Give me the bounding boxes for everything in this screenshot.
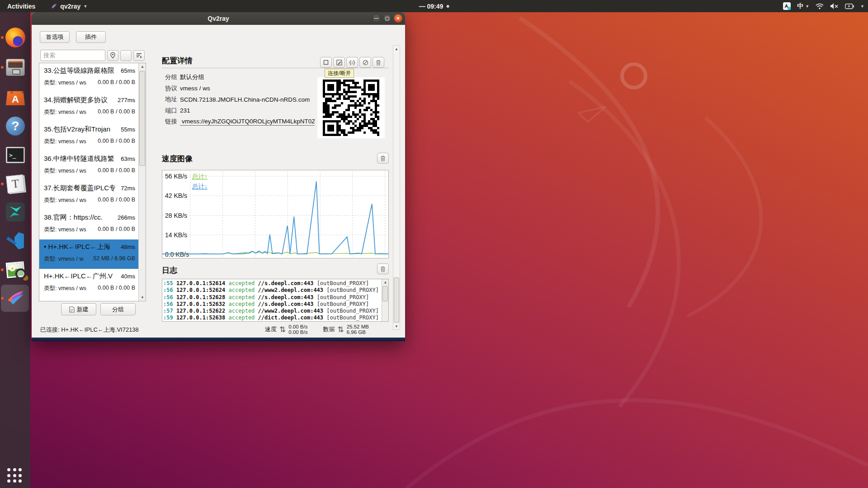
show-applications-button[interactable] bbox=[7, 468, 23, 483]
field-label: 协议 bbox=[165, 84, 180, 93]
server-traffic: 0.00 B / 0.00 B bbox=[98, 167, 135, 175]
server-list-item[interactable]: 38.官网：https://cc.266ms类型: vmess / ws0.00… bbox=[39, 210, 139, 239]
wifi-icon bbox=[816, 3, 824, 9]
scroll-thumb[interactable] bbox=[139, 71, 145, 166]
app-menu[interactable]: qv2ray ▼ bbox=[48, 0, 90, 12]
delete-config-button[interactable] bbox=[373, 57, 384, 68]
dock-item-ubuntu-software[interactable]: A bbox=[4, 85, 27, 108]
log-line: :59 127.0.0.1:52638 accepted //dict.deep… bbox=[163, 314, 388, 321]
log-line: :56 127.0.0.1:52624 accepted //www2.deep… bbox=[163, 287, 388, 294]
test-latency-button[interactable] bbox=[359, 57, 371, 68]
server-latency: 40ms bbox=[119, 273, 135, 280]
status-bar: 已连接: H+.HK←IPLC←上海.VI72138 速度 ⇅ 0.00 B/s… bbox=[32, 324, 405, 335]
server-traffic: 0.00 B / 0.00 B bbox=[98, 108, 135, 116]
minimize-button[interactable]: — bbox=[372, 14, 381, 23]
y-axis-tick-label: 14 KB/s bbox=[165, 231, 187, 239]
search-input[interactable] bbox=[40, 50, 105, 61]
dock-item-vscode[interactable] bbox=[4, 230, 27, 252]
qv2ray-app-icon bbox=[51, 3, 57, 9]
config-field-row: 协议vmess / ws bbox=[165, 83, 315, 94]
edit-button[interactable] bbox=[333, 57, 345, 68]
server-latency: 266ms bbox=[116, 214, 135, 221]
dock-item-qv2ray[interactable] bbox=[4, 287, 27, 310]
log-line: :56 127.0.0.1:52628 accepted //s.deepl.c… bbox=[163, 294, 388, 301]
dock-item-firefox[interactable] bbox=[4, 26, 27, 49]
edit-json-button[interactable] bbox=[346, 57, 358, 68]
image-viewer-icon bbox=[6, 261, 25, 278]
up-down-arrows-icon: ⇅ bbox=[279, 325, 286, 334]
scroll-down-arrow[interactable]: ▼ bbox=[139, 294, 146, 301]
qv2ray-tray-icon[interactable] bbox=[783, 2, 791, 10]
speed-chart: 56 KB/s42 KB/s28 KB/s14 KB/s0.0 KB/s总计↑总… bbox=[162, 170, 389, 258]
server-type: 类型: vmess / ws bbox=[44, 138, 86, 145]
text-editor-icon: T bbox=[6, 174, 25, 193]
ubuntu-software-icon: A bbox=[6, 88, 25, 105]
clear-chart-button[interactable] bbox=[377, 153, 389, 164]
log-line: :57 127.0.0.1:52622 accepted //www2.deep… bbox=[163, 308, 388, 314]
cyan-arrow-app-icon bbox=[6, 202, 25, 221]
running-indicator-dot bbox=[1, 268, 4, 271]
scroll-up-arrow[interactable]: ▲ bbox=[393, 46, 400, 52]
server-latency: 65ms bbox=[119, 67, 135, 74]
log-scrollbar[interactable]: ▲ bbox=[382, 279, 388, 321]
server-name: • H+.HK←IPLC←上海 bbox=[44, 243, 110, 251]
server-list-item[interactable]: • H+.HK←IPLC←上海48ms类型: vmess / w.52 MB /… bbox=[39, 239, 139, 269]
config-field-row: 地址SCDN.72138.JMOFLH.China-nCDN-nRDS.com bbox=[165, 94, 315, 105]
input-method-label: 中 bbox=[797, 2, 803, 10]
sort-button[interactable] bbox=[133, 50, 145, 61]
scroll-thumb[interactable] bbox=[394, 277, 399, 323]
activities-button[interactable]: Activities bbox=[5, 0, 38, 12]
group-button[interactable]: 分组 bbox=[100, 303, 136, 315]
location-pin-icon bbox=[110, 52, 116, 59]
server-list-item[interactable]: 34.捐赠解锁更多协议277ms类型: vmess / ws0.00 B / 0… bbox=[39, 93, 139, 122]
dock-item-help[interactable]: ? bbox=[4, 115, 27, 137]
plugins-button[interactable]: 插件 bbox=[76, 31, 106, 43]
blank-toggle-button[interactable] bbox=[120, 50, 132, 61]
new-button[interactable]: 新建 bbox=[61, 303, 96, 315]
help-icon: ? bbox=[6, 117, 25, 136]
clock[interactable]: — 09:49 bbox=[419, 3, 449, 10]
server-list-item[interactable]: 35.包括V2ray和Trojan55ms类型: vmess / ws0.00 … bbox=[39, 122, 139, 151]
maximize-button[interactable]: ▢ bbox=[383, 14, 392, 23]
json-braces-icon bbox=[349, 60, 355, 66]
window-bottom-edge bbox=[32, 338, 405, 341]
input-method-indicator[interactable]: 中 ▼ bbox=[797, 2, 809, 10]
server-list-item[interactable]: 36.中继中转隧道线路繁63ms类型: vmess / ws0.00 B / 0… bbox=[39, 151, 139, 181]
app-menu-label: qv2ray bbox=[60, 3, 80, 10]
qr-code bbox=[323, 80, 379, 136]
close-button[interactable]: ✕ bbox=[394, 14, 402, 23]
scroll-thumb[interactable] bbox=[382, 286, 388, 301]
legend-item[interactable]: 总计↓ bbox=[192, 183, 208, 190]
panel-scrollbar[interactable]: ▲ ▼ bbox=[393, 45, 400, 330]
server-traffic: 0.00 B / 0.00 B bbox=[98, 285, 135, 292]
location-pin-button[interactable] bbox=[107, 50, 118, 61]
edit-pencil-icon bbox=[336, 60, 342, 66]
preferences-button[interactable]: 首选项 bbox=[40, 31, 70, 43]
y-axis-tick-label: 42 KB/s bbox=[165, 192, 187, 199]
clear-log-button[interactable] bbox=[377, 263, 389, 274]
connect-disconnect-button[interactable] bbox=[320, 57, 332, 68]
log-output[interactable]: :55 127.0.0.1:52614 accepted //s.deepl.c… bbox=[162, 279, 389, 322]
server-list-item[interactable]: 37.长期套餐覆盖IPLC专72ms类型: vmess / ws0.00 B /… bbox=[39, 181, 139, 210]
legend-item[interactable]: 总计↑ bbox=[192, 173, 208, 180]
server-type: 类型: vmess / ws bbox=[44, 167, 86, 175]
scroll-up-arrow[interactable]: ▲ bbox=[139, 63, 146, 70]
field-value[interactable]: vmess://eyJhZGQiOiJTQ0ROLjcyMTM4LkpNT0ZM… bbox=[180, 118, 315, 126]
server-list-item[interactable]: H+.CC←IPLC← bbox=[39, 298, 139, 301]
dock-item-files[interactable] bbox=[4, 56, 27, 79]
server-list-scrollbar[interactable]: ▲ ▼ bbox=[138, 63, 146, 301]
server-list-item[interactable]: H+.HK←IPLC←广州.V40ms类型: vmess / ws0.00 B … bbox=[39, 269, 139, 298]
field-value: SCDN.72138.JMOFLH.China-nCDN-nRDS.com bbox=[180, 96, 310, 103]
window-titlebar[interactable]: Qv2ray — ▢ ✕ bbox=[32, 12, 405, 25]
dock-item-terminal[interactable]: >_ bbox=[4, 144, 27, 166]
data-values: 25.52 MB6.96 GB bbox=[347, 324, 369, 335]
chevron-down-icon[interactable]: ▼ bbox=[860, 4, 864, 9]
server-type: 类型: vmess / ws bbox=[44, 108, 86, 116]
dock-item-image-viewer[interactable] bbox=[4, 258, 27, 281]
scroll-up-arrow[interactable]: ▲ bbox=[382, 279, 389, 286]
server-list-item[interactable]: 33.公益等级線路嚴格限65ms类型: vmess / ws0.00 B / 0… bbox=[39, 63, 139, 93]
dock-item-text-editor[interactable]: T bbox=[4, 173, 27, 195]
activities-label: Activities bbox=[7, 3, 35, 10]
dock-item-cyan-arrow-app[interactable] bbox=[4, 201, 27, 223]
server-traffic: 0.00 B / 0.00 B bbox=[98, 226, 135, 234]
